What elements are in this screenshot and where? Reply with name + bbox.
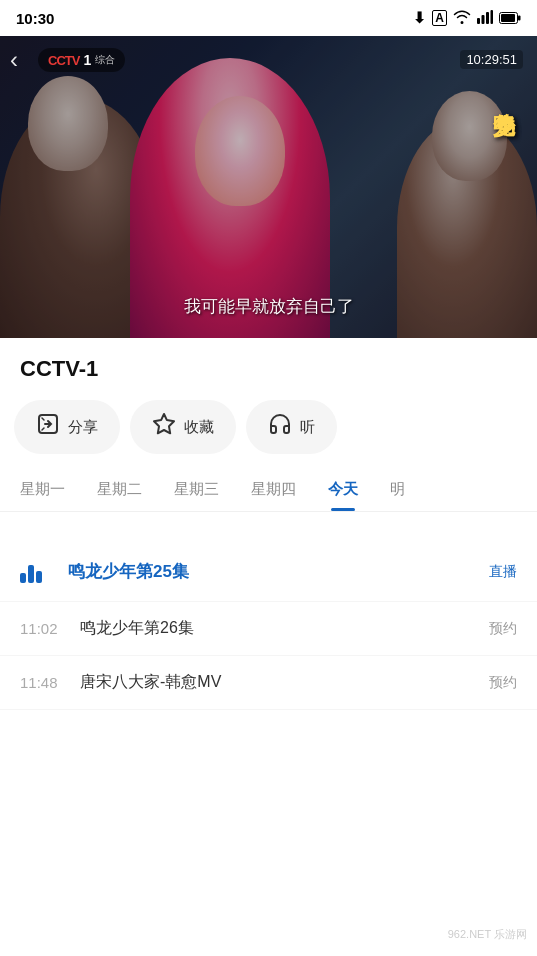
channel-number: 1 [83,52,91,68]
channel-title-section: CCTV-1 [0,338,537,392]
svg-rect-5 [501,14,515,22]
svg-rect-3 [491,10,494,24]
listen-button[interactable]: 听 [246,400,337,454]
share-button[interactable]: 分享 [14,400,120,454]
video-player[interactable]: CCTV 1 综合 ‹ 10:29:51 鸣龙少年 我可能早就放弃自己了 [0,36,537,338]
reserve-badge-1[interactable]: 预约 [489,674,517,692]
bar-2 [28,565,34,583]
star-icon [152,412,176,442]
program-time-0: 11:02 [20,620,72,637]
program-name-1: 唐宋八大家-韩愈MV [72,672,489,693]
tab-monday[interactable]: 星期一 [4,468,81,511]
video-timestamp: 10:29:51 [460,50,523,69]
action-bar: 分享 收藏 听 [0,392,537,468]
share-icon [36,412,60,442]
video-overlay [0,36,537,338]
days-tab-bar: 星期一 星期二 星期三 星期四 今天 明 [0,468,537,512]
text-size-icon: A [432,10,447,26]
collect-label: 收藏 [184,418,214,437]
program-list: 鸣龙少年第25集 直播 11:02 鸣龙少年第26集 预约 11:48 唐宋八大… [0,512,537,730]
live-badge: 直播 [489,563,517,581]
tab-wednesday[interactable]: 星期三 [158,468,235,511]
video-subtitle: 我可能早就放弃自己了 [184,295,354,318]
tab-tomorrow[interactable]: 明 [374,468,421,511]
cctv-text: CCTV [48,53,79,68]
video-background [0,36,537,338]
share-label: 分享 [68,418,98,437]
collect-button[interactable]: 收藏 [130,400,236,454]
listen-label: 听 [300,418,315,437]
reserve-badge-0[interactable]: 预约 [489,620,517,638]
program-row-1[interactable]: 11:48 唐宋八大家-韩愈MV 预约 [0,656,537,710]
status-bar-left: 10:30 [16,10,54,27]
status-time: 10:30 [16,10,54,27]
current-program-title: 鸣龙少年第25集 [68,560,489,583]
watermark: 962.NET 乐游网 [448,927,527,942]
program-row-0[interactable]: 11:02 鸣龙少年第26集 预约 [0,602,537,656]
bar-3 [36,571,42,583]
headphone-icon [268,412,292,442]
channel-subtext: 综合 [95,53,115,67]
svg-rect-6 [518,15,521,20]
tab-thursday[interactable]: 星期四 [235,468,312,511]
svg-rect-1 [482,15,485,24]
channel-title: CCTV-1 [20,356,98,381]
tab-tuesday[interactable]: 星期二 [81,468,158,511]
svg-rect-0 [477,18,480,24]
bar-1 [20,573,26,583]
wifi-icon [453,10,471,27]
status-bar: 10:30 ⬇ A [0,0,537,36]
svg-rect-2 [486,12,489,24]
current-program-row[interactable]: 鸣龙少年第25集 直播 [0,542,537,602]
battery-icon [499,10,521,27]
back-button[interactable]: ‹ [10,46,18,74]
status-bar-right: ⬇ A [413,9,521,27]
program-name-0: 鸣龙少年第26集 [72,618,489,639]
playing-indicator [20,561,56,583]
channel-logo-overlay: CCTV 1 综合 [38,48,125,72]
download-icon: ⬇ [413,9,426,27]
signal-icon [477,10,493,27]
tab-today[interactable]: 今天 [312,468,374,511]
program-time-1: 11:48 [20,674,72,691]
